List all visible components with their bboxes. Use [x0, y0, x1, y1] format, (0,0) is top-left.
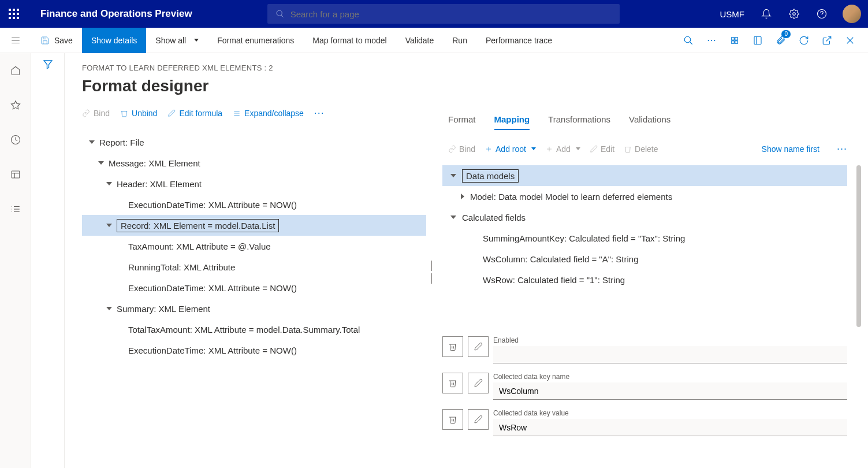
- edit-button: Edit: [590, 144, 614, 154]
- svg-rect-24: [12, 171, 20, 178]
- validate-button[interactable]: Validate: [396, 28, 444, 53]
- data-source-tree: Data models Model: Data model Model to l…: [442, 165, 847, 290]
- tree-node[interactable]: Summary: XML Element: [82, 298, 426, 319]
- show-name-first-button[interactable]: Show name first: [762, 144, 819, 154]
- top-bar: Finance and Operations Preview USMF: [0, 0, 868, 28]
- user-avatar[interactable]: [843, 5, 861, 23]
- format-enumerations-button[interactable]: Format enumerations: [208, 28, 303, 53]
- delete-property-icon[interactable]: [442, 409, 463, 430]
- close-icon[interactable]: [839, 28, 861, 53]
- format-tree-pane: FORMAT TO LEARN DEFERRED XML ELEMENTS : …: [65, 53, 434, 468]
- show-all-button[interactable]: Show all: [146, 28, 208, 53]
- enabled-input[interactable]: [493, 346, 847, 363]
- recent-icon[interactable]: [4, 128, 27, 151]
- enabled-label: Enabled: [493, 336, 847, 344]
- svg-line-9: [690, 42, 692, 44]
- extension-icon[interactable]: [724, 28, 746, 53]
- mapping-toolbar: Bind Add root Add Edit Delete Show name …: [442, 143, 847, 155]
- save-button[interactable]: Save: [31, 28, 82, 53]
- tree-node[interactable]: SummingAmountKey: Calculated field = "Ta…: [442, 228, 847, 248]
- tree-node[interactable]: RunningTotal: XML Attribute: [82, 257, 426, 277]
- tree-node[interactable]: Report: File: [82, 132, 426, 153]
- tree-node[interactable]: Model: Data model Model to learn deferre…: [442, 186, 847, 207]
- refresh-icon[interactable]: [793, 28, 815, 53]
- app-launcher-icon[interactable]: [0, 0, 28, 28]
- app-title: Finance and Operations Preview: [28, 8, 192, 20]
- tree-node[interactable]: TaxAmount: XML Attribute = @.Value: [82, 236, 426, 257]
- svg-point-2: [793, 13, 796, 16]
- edit-property-icon[interactable]: [468, 409, 489, 430]
- search-input[interactable]: [290, 9, 612, 19]
- tree-node[interactable]: TotalTaxAmount: XML Attribute = model.Da…: [82, 319, 426, 340]
- search-icon: [275, 9, 285, 18]
- map-bind-button: Bind: [448, 144, 475, 154]
- office-icon[interactable]: [747, 28, 769, 53]
- expand-collapse-button[interactable]: Expand/collapse: [233, 109, 304, 118]
- performance-trace-button[interactable]: Performance trace: [476, 28, 561, 53]
- tree-node[interactable]: Calculated fields: [442, 207, 847, 228]
- svg-marker-33: [44, 61, 52, 69]
- key-name-input[interactable]: [493, 382, 847, 400]
- delete-property-icon[interactable]: [442, 373, 463, 393]
- tree-node[interactable]: WsRow: Calculated field = "1": String: [442, 269, 847, 290]
- company-selector[interactable]: USMF: [712, 9, 753, 19]
- delete-property-icon[interactable]: [442, 336, 463, 357]
- tree-node[interactable]: ExecutionDateTime: XML Attribute = NOW(): [82, 194, 426, 215]
- svg-point-8: [684, 36, 691, 43]
- tree-node-selected[interactable]: Data models: [442, 165, 847, 186]
- properties-panel: Enabled Collected data key name: [442, 336, 847, 445]
- key-value-input[interactable]: [493, 419, 847, 436]
- svg-rect-14: [735, 37, 738, 40]
- svg-line-1: [281, 15, 284, 17]
- show-details-button[interactable]: Show details: [82, 28, 146, 53]
- global-search[interactable]: [267, 4, 620, 24]
- format-more-icon[interactable]: ···: [314, 107, 325, 119]
- svg-line-19: [826, 36, 831, 41]
- filter-column: [31, 53, 65, 468]
- pane-divider[interactable]: [431, 261, 434, 284]
- more-actions-icon[interactable]: [701, 28, 722, 53]
- search-action-icon[interactable]: [677, 28, 699, 53]
- modules-icon[interactable]: [4, 198, 27, 221]
- mapping-more-icon[interactable]: ···: [837, 143, 847, 155]
- tree-node[interactable]: Message: XML Element: [82, 153, 426, 173]
- attachments-badge: 0: [781, 30, 791, 38]
- add-root-button[interactable]: Add root: [485, 144, 536, 154]
- tab-mapping[interactable]: Mapping: [494, 114, 530, 130]
- scrollbar[interactable]: [856, 165, 861, 327]
- home-icon[interactable]: [4, 59, 27, 82]
- svg-rect-16: [735, 40, 738, 43]
- unbind-button[interactable]: Unbind: [120, 109, 157, 118]
- popout-icon[interactable]: [816, 28, 838, 53]
- mapping-pane: Format Mapping Transformations Validatio…: [434, 53, 868, 468]
- page-title: Format designer: [82, 77, 426, 95]
- breadcrumb: FORMAT TO LEARN DEFERRED XML ELEMENTS : …: [82, 64, 426, 72]
- help-icon[interactable]: [808, 0, 836, 28]
- format-toolbar: Bind Unbind Edit formula Expand/collapse…: [82, 107, 426, 119]
- filter-icon[interactable]: [43, 59, 53, 69]
- edit-formula-button[interactable]: Edit formula: [167, 109, 222, 118]
- nav-toggle-icon[interactable]: [0, 28, 31, 53]
- tab-validations[interactable]: Validations: [629, 114, 670, 130]
- svg-rect-13: [732, 37, 735, 40]
- tree-node[interactable]: WsColumn: Calculated field = "A": String: [442, 248, 847, 269]
- svg-marker-22: [11, 101, 20, 109]
- tree-node-selected[interactable]: Record: XML Element = model.Data.List: [82, 215, 426, 236]
- workspaces-icon[interactable]: [4, 163, 27, 186]
- svg-point-10: [708, 39, 709, 40]
- delete-button: Delete: [624, 144, 658, 154]
- edit-property-icon[interactable]: [468, 336, 489, 357]
- settings-icon[interactable]: [780, 0, 808, 28]
- edit-property-icon[interactable]: [468, 373, 489, 393]
- map-format-button[interactable]: Map format to model: [303, 28, 396, 53]
- svg-point-12: [714, 39, 715, 40]
- tree-node[interactable]: ExecutionDateTime: XML Attribute = NOW(): [82, 340, 426, 361]
- tree-node[interactable]: Header: XML Element: [82, 173, 426, 194]
- run-button[interactable]: Run: [443, 28, 476, 53]
- tree-node[interactable]: ExecutionDateTime: XML Attribute = NOW(): [82, 277, 426, 298]
- favorites-icon[interactable]: [4, 94, 27, 117]
- attachments-icon[interactable]: 0: [770, 28, 792, 53]
- tab-format[interactable]: Format: [448, 114, 476, 130]
- tab-transformations[interactable]: Transformations: [548, 114, 610, 130]
- notifications-icon[interactable]: [752, 0, 780, 28]
